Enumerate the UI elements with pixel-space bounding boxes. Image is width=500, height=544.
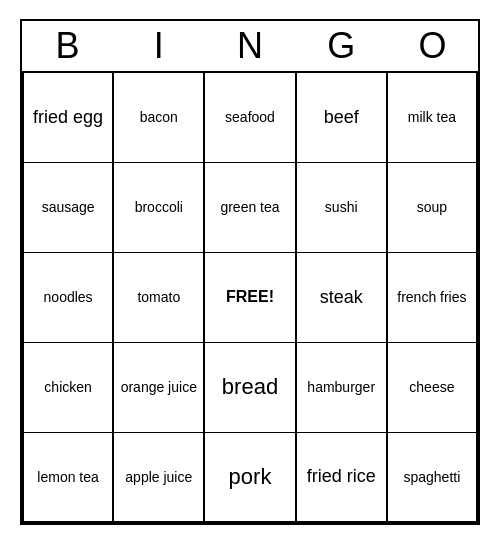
bingo-header: BINGO — [22, 21, 478, 73]
header-letter: B — [22, 21, 113, 71]
bingo-cell[interactable]: bacon — [113, 73, 204, 163]
bingo-cell[interactable]: lemon tea — [22, 433, 113, 523]
bingo-cell[interactable]: spaghetti — [387, 433, 478, 523]
bingo-cell[interactable]: bread — [204, 343, 295, 433]
bingo-cell[interactable]: seafood — [204, 73, 295, 163]
bingo-cell[interactable]: sausage — [22, 163, 113, 253]
bingo-cell[interactable]: sushi — [296, 163, 387, 253]
bingo-cell[interactable]: french fries — [387, 253, 478, 343]
bingo-cell[interactable]: cheese — [387, 343, 478, 433]
header-letter: G — [296, 21, 387, 71]
bingo-cell[interactable]: orange juice — [113, 343, 204, 433]
bingo-cell[interactable]: steak — [296, 253, 387, 343]
header-letter: I — [113, 21, 204, 71]
bingo-card: BINGO fried eggbaconseafoodbeefmilk teas… — [20, 19, 480, 525]
bingo-cell[interactable]: hamburger — [296, 343, 387, 433]
bingo-cell[interactable]: green tea — [204, 163, 295, 253]
bingo-cell[interactable]: pork — [204, 433, 295, 523]
bingo-cell[interactable]: noodles — [22, 253, 113, 343]
bingo-cell[interactable]: FREE! — [204, 253, 295, 343]
bingo-cell[interactable]: broccoli — [113, 163, 204, 253]
bingo-cell[interactable]: tomato — [113, 253, 204, 343]
bingo-cell[interactable]: apple juice — [113, 433, 204, 523]
bingo-cell[interactable]: milk tea — [387, 73, 478, 163]
bingo-cell[interactable]: chicken — [22, 343, 113, 433]
header-letter: O — [387, 21, 478, 71]
bingo-cell[interactable]: beef — [296, 73, 387, 163]
bingo-cell[interactable]: fried rice — [296, 433, 387, 523]
bingo-cell[interactable]: soup — [387, 163, 478, 253]
bingo-cell[interactable]: fried egg — [22, 73, 113, 163]
bingo-grid: fried eggbaconseafoodbeefmilk teasausage… — [22, 73, 478, 523]
header-letter: N — [204, 21, 295, 71]
